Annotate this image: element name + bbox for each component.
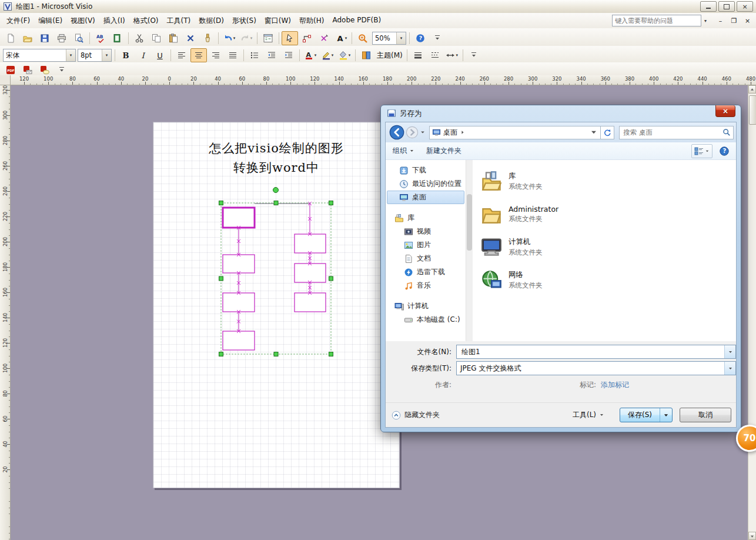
file-name-input[interactable]: [460, 347, 724, 356]
text-tool-button[interactable]: A▾: [333, 31, 349, 45]
flowchart-drawing[interactable]: [153, 122, 400, 489]
decrease-indent-button[interactable]: [263, 48, 280, 62]
doc-close-button[interactable]: ×: [741, 16, 754, 26]
pointer-tool-button[interactable]: [282, 31, 298, 45]
navigation-scroll-thumb[interactable]: [467, 194, 472, 251]
sidebar-item-download[interactable]: 下载: [387, 164, 464, 177]
scroll-down-button[interactable]: [748, 532, 756, 540]
organize-menu[interactable]: 组织: [393, 146, 414, 156]
doc-restore-button[interactable]: ❐: [728, 16, 740, 26]
dropdown-caret-icon[interactable]: ▾: [349, 53, 351, 58]
dropdown-caret-icon[interactable]: ▾: [456, 53, 458, 58]
menu-item-1[interactable]: 编辑(E): [34, 14, 66, 28]
new-folder-button[interactable]: 新建文件夹: [426, 146, 461, 156]
redo-button[interactable]: ▾: [238, 31, 255, 45]
font-name-combo[interactable]: 宋体▾: [3, 49, 76, 62]
undo-button[interactable]: ▾: [221, 31, 237, 45]
paste-button[interactable]: [165, 31, 182, 45]
align-left-button[interactable]: [173, 48, 190, 62]
pan-zoom-button[interactable]: [354, 31, 371, 45]
dropdown-caret-icon[interactable]: ▾: [250, 36, 253, 41]
minimize-button[interactable]: [700, 1, 717, 12]
line-color-button[interactable]: ▾: [319, 48, 336, 62]
breadcrumb-location[interactable]: 桌面: [443, 128, 457, 138]
research-button[interactable]: [109, 31, 126, 45]
file-item-network-big[interactable]: 网络系统文件夹: [481, 264, 736, 296]
increase-indent-button[interactable]: [280, 48, 297, 62]
scroll-up-button[interactable]: [748, 85, 756, 94]
dialog-title-bar[interactable]: 另存为: [381, 105, 741, 122]
breadcrumb-chevron-icon[interactable]: [460, 129, 466, 135]
menu-item-10[interactable]: Adobe PDF(B): [328, 14, 385, 28]
toolbar-options-button[interactable]: [466, 48, 482, 62]
menu-item-2[interactable]: 视图(V): [66, 14, 99, 28]
print-preview-button[interactable]: [71, 31, 87, 45]
breadcrumb[interactable]: 桌面: [429, 126, 601, 139]
drawing-page[interactable]: 怎么把visio绘制的图形 转换到word中: [153, 122, 400, 488]
zoom-dropdown-icon[interactable]: ▾: [396, 32, 406, 44]
file-name-combo[interactable]: [456, 345, 736, 359]
save-type-dropdown[interactable]: [724, 362, 735, 375]
connector-tool-button[interactable]: [299, 31, 315, 45]
sidebar-item-document[interactable]: 文档: [387, 252, 464, 265]
bullets-button[interactable]: [246, 48, 263, 62]
font-name-dropdown-icon[interactable]: ▾: [66, 49, 75, 61]
menu-item-3[interactable]: 插入(I): [99, 14, 129, 28]
search-input[interactable]: [622, 128, 722, 137]
align-center-button[interactable]: [190, 48, 207, 62]
theme-label[interactable]: 主题(M): [375, 51, 404, 61]
font-size-combo[interactable]: 8pt▾: [78, 49, 112, 62]
canvas-vertical-scrollbar[interactable]: [748, 85, 756, 540]
add-tag-link[interactable]: 添加标记: [601, 381, 629, 389]
save-button[interactable]: 保存(S): [620, 408, 673, 422]
underline-button[interactable]: U: [152, 48, 168, 62]
menu-item-0[interactable]: 文件(F): [2, 14, 34, 28]
history-dropdown-icon[interactable]: [420, 129, 426, 135]
file-item-computer-big[interactable]: 计算机系统文件夹: [481, 231, 736, 264]
line-pattern-button[interactable]: [427, 48, 443, 62]
save-type-combo[interactable]: JPEG 文件交换格式: [456, 361, 736, 375]
dialog-close-button[interactable]: ×: [715, 105, 735, 117]
tools-menu-button[interactable]: 工具(L): [573, 410, 604, 420]
close-button[interactable]: ×: [737, 1, 753, 12]
navigation-pane-scrollbar[interactable]: [466, 160, 473, 341]
back-button[interactable]: [389, 125, 404, 140]
sidebar-item-thunder[interactable]: 迅雷下载: [387, 265, 464, 279]
copy-button[interactable]: [148, 31, 165, 45]
file-item-libraries-big[interactable]: 库系统文件夹: [481, 165, 736, 198]
sidebar-item-picture[interactable]: 图片: [387, 238, 464, 252]
dropdown-caret-icon[interactable]: ▾: [345, 36, 347, 41]
dropdown-caret-icon[interactable]: ▾: [315, 53, 317, 58]
new-document-button[interactable]: [2, 31, 19, 45]
doc-minimize-button[interactable]: –: [714, 16, 727, 26]
help-search-dropdown-icon[interactable]: ▾: [703, 18, 708, 24]
help-button[interactable]: ?: [412, 31, 429, 45]
menu-item-5[interactable]: 工具(T): [163, 14, 195, 28]
sidebar-item-libraries[interactable]: 库: [387, 211, 464, 225]
file-item-user-folder[interactable]: Administrator系统文件夹: [481, 198, 736, 231]
cancel-button[interactable]: 取消: [680, 408, 731, 422]
zoom-combo[interactable]: 50%▾: [372, 32, 406, 45]
help-search-input[interactable]: [612, 15, 701, 26]
format-painter-button[interactable]: [199, 31, 216, 45]
search-icon[interactable]: [722, 128, 731, 136]
restore-button[interactable]: [718, 1, 735, 12]
menu-item-9[interactable]: 帮助(H): [295, 14, 328, 28]
file-name-dropdown[interactable]: [724, 345, 735, 358]
spell-check-button[interactable]: AB: [92, 31, 109, 45]
italic-button[interactable]: I: [135, 48, 151, 62]
sidebar-item-video[interactable]: 视频: [387, 225, 464, 238]
save-button-label[interactable]: 保存(S): [620, 408, 660, 422]
line-weight-button[interactable]: [410, 48, 426, 62]
align-justify-button[interactable]: [225, 48, 241, 62]
connection-point-tool-button[interactable]: [316, 31, 332, 45]
open-button[interactable]: [19, 31, 36, 45]
cut-button[interactable]: [131, 31, 148, 45]
menu-item-6[interactable]: 数据(D): [195, 14, 228, 28]
refresh-button[interactable]: [601, 126, 614, 139]
views-button[interactable]: [691, 144, 712, 158]
save-button[interactable]: [36, 31, 53, 45]
delete-button[interactable]: [182, 31, 199, 45]
forward-button[interactable]: [406, 126, 419, 139]
dialog-help-icon[interactable]: ?: [720, 146, 729, 156]
